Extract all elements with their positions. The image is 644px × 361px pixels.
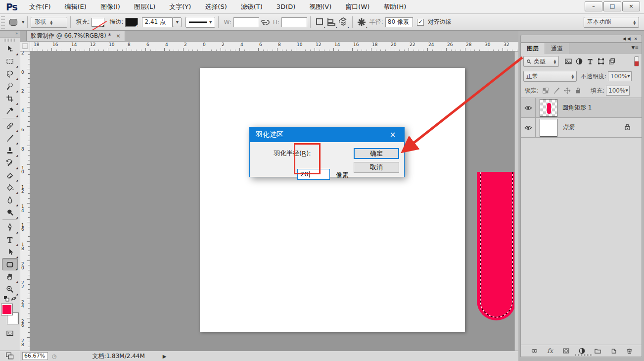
menu-5[interactable]: 文字(Y) [162, 0, 198, 13]
menu-9[interactable]: 视图(V) [302, 0, 338, 13]
workspace-dropdown[interactable]: 基本功能 ▲▼ [584, 17, 639, 28]
stroke-swatch[interactable]: ◢ [125, 18, 138, 27]
crop-tool[interactable]: ◢ [2, 92, 18, 104]
maximize-button[interactable]: □ [603, 1, 621, 11]
height-input[interactable] [281, 17, 307, 27]
opacity-input[interactable]: 100%▼ [608, 71, 632, 81]
vertical-scrollbar[interactable] [514, 52, 518, 351]
dialog-close-icon[interactable]: × [386, 130, 399, 139]
type-tool[interactable]: ◢ [2, 233, 18, 246]
path-arrangement-button[interactable]: ▾ [337, 16, 349, 28]
brush-lock-icon[interactable] [551, 86, 562, 96]
foreground-color-swatch[interactable] [1, 304, 12, 315]
eye-icon[interactable] [521, 118, 536, 138]
menu-7[interactable]: 滤镜(T) [234, 0, 270, 13]
minimize-button[interactable]: – [585, 1, 602, 11]
dialog-title-bar[interactable]: 羽化选区 × [250, 127, 404, 142]
fill-input[interactable]: 100%▼ [606, 86, 630, 96]
menu-2[interactable]: 编辑(E) [58, 0, 93, 13]
blend-mode-dropdown[interactable]: 正常 ▲▼ [523, 71, 577, 82]
layer-row[interactable]: 圆角矩形 1 [521, 98, 642, 118]
menu-8[interactable]: 3D(D) [270, 0, 302, 13]
screen-mode-button[interactable] [0, 351, 20, 361]
link-icon[interactable] [529, 346, 540, 356]
current-tool-icon[interactable] [7, 16, 20, 28]
align-edges-checkbox[interactable]: ✓ [417, 19, 424, 26]
bucket-tool[interactable]: ◢ [2, 181, 18, 194]
lasso-tool[interactable]: ◢ [2, 67, 18, 80]
hand-tool[interactable]: ◢ [2, 270, 18, 283]
move-lock-icon[interactable] [562, 86, 573, 96]
path-alignment-button[interactable]: ▾ [325, 16, 337, 28]
document-tab[interactable]: 胶囊制作 @ 66.7%(RGB/8) * × [26, 30, 125, 41]
filter-kind-dropdown[interactable]: 类型 ▲▼ [523, 56, 559, 67]
horizontal-ruler[interactable]: 1816141210864202468101214161820222426283… [30, 42, 518, 52]
menu-11[interactable]: 帮助(H) [376, 0, 413, 13]
fx-icon[interactable]: fx [545, 346, 555, 356]
shape-filter-icon[interactable] [596, 56, 606, 66]
mask-icon[interactable] [560, 346, 571, 356]
pathselect-tool[interactable]: ◢ [2, 246, 18, 258]
menu-1[interactable]: 文件(F) [22, 0, 58, 13]
healing-tool[interactable]: ◢ [2, 119, 18, 132]
lock-lock-icon[interactable] [573, 86, 584, 96]
layer-name[interactable]: 背景 [562, 123, 574, 132]
fill-swatch[interactable]: ◢ [92, 18, 104, 27]
link-dimensions-icon[interactable] [259, 16, 271, 28]
layer-thumbnail[interactable] [540, 119, 557, 137]
quick-mask-button[interactable] [2, 327, 18, 339]
layer-row[interactable]: 背景 [521, 118, 642, 138]
canvas-area[interactable] [30, 52, 514, 351]
folder-icon[interactable] [592, 346, 603, 356]
eyedropper-tool[interactable]: ◢ [2, 104, 18, 117]
swap-colors-icon[interactable] [11, 296, 17, 302]
trash-icon[interactable] [624, 346, 635, 356]
ok-button[interactable]: 确定 [354, 148, 399, 159]
adjust-filter-icon[interactable] [574, 56, 585, 66]
tab-layers[interactable]: 图层 [521, 43, 545, 54]
layer-name[interactable]: 圆角矩形 1 [562, 103, 592, 112]
layer-thumbnail[interactable] [540, 99, 557, 117]
marquee-tool[interactable]: ◢ [2, 55, 18, 67]
typeicon-filter-icon[interactable] [585, 56, 596, 66]
collapse-panels-icon[interactable]: ◀◀ [623, 36, 632, 41]
eye-icon[interactable] [521, 98, 536, 118]
toolbar-collapse[interactable]: » [0, 31, 20, 38]
stamp-tool[interactable]: ◢ [2, 144, 18, 156]
vertical-ruler[interactable]: 2024681 01 21 41 61 82 02 22 42 62 8 [20, 52, 30, 351]
tab-close-icon[interactable]: × [116, 33, 120, 39]
menu-3[interactable]: 图像(I) [93, 0, 127, 13]
status-options-arrow[interactable]: ▶ [163, 354, 167, 359]
document-page[interactable] [200, 68, 465, 332]
tool-preset-arrow[interactable]: ▼ [22, 20, 24, 24]
zoom-tool[interactable]: ◢ [2, 283, 18, 295]
panel-menu-icon[interactable]: ▼≡ [632, 45, 639, 50]
stroke-style-dropdown[interactable]: ▼ [185, 17, 215, 28]
move-tool[interactable]: ◢ [2, 43, 18, 55]
tab-channels[interactable]: 通道 [545, 43, 569, 54]
cancel-button[interactable]: 取消 [354, 162, 399, 173]
smart-filter-icon[interactable] [606, 56, 617, 66]
stroke-width-dropdown[interactable]: ▼ [173, 17, 182, 27]
eraser-tool[interactable]: ◢ [2, 169, 18, 181]
default-colors-icon[interactable] [3, 296, 9, 302]
roundedrect-tool[interactable]: ◢ [2, 258, 18, 270]
path-operations-button[interactable]: ▾ [314, 16, 325, 28]
history-tool[interactable]: ◢ [2, 156, 18, 169]
panel-resize-grip[interactable] [575, 354, 593, 356]
newlayer-icon[interactable] [608, 346, 619, 356]
width-input[interactable] [233, 17, 259, 27]
gear-icon[interactable]: ▾ [356, 16, 368, 28]
menu-10[interactable]: 窗口(W) [338, 0, 376, 13]
radius-input[interactable]: 80 像素 [385, 17, 413, 27]
brush-tool[interactable]: ◢ [2, 132, 18, 144]
menu-6[interactable]: 选择(S) [198, 0, 233, 13]
quickselect-tool[interactable]: ◢ [2, 80, 18, 92]
checker-lock-icon[interactable] [540, 86, 551, 96]
zoom-level-input[interactable]: 66.67% [22, 352, 48, 360]
blur-tool[interactable]: ◢ [2, 194, 18, 206]
dodge-tool[interactable]: ◢ [2, 206, 18, 218]
close-panel-icon[interactable]: × [634, 36, 639, 41]
filter-toggle[interactable] [634, 56, 639, 66]
pen-tool[interactable]: ◢ [2, 221, 18, 233]
